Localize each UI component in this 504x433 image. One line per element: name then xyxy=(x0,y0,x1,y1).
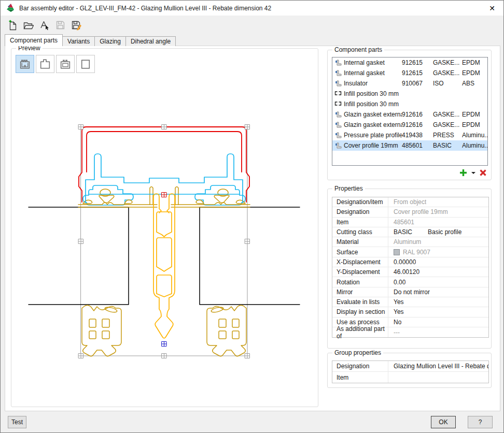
part-name: Pressure plate profile xyxy=(344,132,402,139)
save-button xyxy=(54,19,66,31)
profile-part-icon xyxy=(332,59,344,67)
component-part-row[interactable]: Internal gasket912615GASKE...EPDM xyxy=(332,57,487,68)
component-part-row[interactable]: Pressure plate profile419438PRESSAluminu… xyxy=(332,130,487,140)
component-part-row[interactable]: Glazin gasket external912616GASKE...EPDM xyxy=(332,120,487,130)
view-pressure-assembly-button[interactable] xyxy=(56,55,75,73)
tab-dihedral-angle[interactable]: Dihedral angle xyxy=(125,36,176,46)
assembly-section-drawing[interactable] xyxy=(11,78,317,410)
property-label: Designation/item xyxy=(332,197,388,207)
part-name: Cover profile 19mm xyxy=(344,142,402,149)
property-value[interactable]: 485601 xyxy=(388,219,414,226)
property-value[interactable]: RAL 9007 xyxy=(388,249,430,256)
component-part-row[interactable]: Infill position 30 mm xyxy=(332,99,487,109)
property-value[interactable]: 46.00120 xyxy=(388,268,419,276)
component-part-row[interactable]: Glazin gasket external912616GASKE...EPDM xyxy=(332,109,487,120)
property-label: Surface xyxy=(332,247,388,256)
component-part-row[interactable]: Internal gasket912615GASKE...EPDM xyxy=(332,68,487,78)
property-value[interactable]: Do not mirror xyxy=(388,288,430,296)
part-name: Glazin gasket external xyxy=(344,111,402,118)
property-label: Item xyxy=(332,372,388,383)
tab-glazing[interactable]: Glazing xyxy=(94,36,126,46)
part-cls: GASKE... xyxy=(433,69,462,77)
property-value-text: Yes xyxy=(394,308,404,315)
tab-variants[interactable]: Variants xyxy=(62,36,95,46)
part-material: EPDM xyxy=(462,111,487,118)
property-row: Evaluate in listsYes xyxy=(332,297,488,307)
open-button[interactable] xyxy=(22,19,34,31)
selected-part-origin-handle xyxy=(162,193,166,197)
component-part-row[interactable]: Infill position 30 mm xyxy=(332,89,487,99)
property-label: Item xyxy=(332,218,388,227)
app-icon xyxy=(6,3,16,13)
profile-part-icon xyxy=(332,121,344,129)
property-value[interactable]: Yes xyxy=(388,298,404,306)
property-value[interactable]: Glazing Mullion Level III - Rebate d... xyxy=(388,363,488,370)
property-value[interactable]: No xyxy=(388,319,401,326)
property-label: Rotation xyxy=(332,277,388,286)
property-row: Cutting classBASICBasic profile xyxy=(332,227,488,237)
part-cls: GASKE... xyxy=(433,59,462,66)
title-bar[interactable]: Bar assembly editor - GLZ_LEV-III_FM-42 … xyxy=(1,1,503,16)
property-value[interactable]: 0.00000 xyxy=(388,258,416,266)
infill-position-icon xyxy=(332,100,344,108)
property-label: X-Displacement xyxy=(332,257,388,267)
rename-button[interactable] xyxy=(38,19,50,31)
part-item: 912616 xyxy=(402,121,433,128)
view-base-profile-button[interactable] xyxy=(36,55,54,73)
view-empty-button[interactable] xyxy=(76,55,95,73)
property-value-text: Cover profile 19mm xyxy=(394,208,448,215)
property-label: Designation xyxy=(332,207,388,216)
close-icon[interactable]: ✕ xyxy=(485,3,499,14)
property-row: MaterialAluminum xyxy=(332,237,488,247)
save-as-button[interactable] xyxy=(70,19,82,31)
part-material: EPDM xyxy=(462,69,487,77)
property-label: Mirror xyxy=(332,287,388,297)
property-row: X-Displacement0.00000 xyxy=(332,257,488,267)
property-value[interactable]: 0.00 xyxy=(388,279,405,286)
property-value[interactable]: --- xyxy=(388,329,400,336)
property-value-text: 485601 xyxy=(394,219,414,226)
part-name: Infill position 30 mm xyxy=(344,100,402,108)
part-cls: PRESS xyxy=(433,132,462,139)
part-name: Internal gasket xyxy=(344,59,402,66)
property-value-text: 46.00120 xyxy=(394,268,419,276)
property-value-text: 0.00 xyxy=(394,279,405,286)
part-cls: ISO xyxy=(433,80,462,87)
property-value[interactable]: BASICBasic profile xyxy=(388,228,461,236)
delete-part-button[interactable] xyxy=(479,169,487,177)
property-value-text: Yes xyxy=(394,298,404,306)
property-value[interactable]: From object xyxy=(388,198,426,206)
property-value[interactable]: Yes xyxy=(388,308,404,315)
surface-color-swatch xyxy=(394,249,400,255)
component-part-row[interactable]: Insulator910067ISOABS xyxy=(332,78,487,89)
property-value-text: --- xyxy=(394,329,400,336)
component-part-row[interactable]: Cover profile 19mm485601BASICAluminu... xyxy=(332,140,487,151)
property-row: DesignationCover profile 19mm xyxy=(332,207,488,217)
new-assembly-button[interactable] xyxy=(6,19,18,31)
property-value-text: No xyxy=(394,319,401,326)
property-row: As additional part of--- xyxy=(332,327,488,337)
main-toolbar xyxy=(1,16,503,34)
ok-button[interactable]: OK xyxy=(431,416,456,428)
test-button[interactable]: Test xyxy=(8,416,26,428)
property-row: SurfaceRAL 9007 xyxy=(332,247,488,257)
group-properties-groupbox: Group properties DesignationGlazing Mull… xyxy=(327,353,492,388)
property-label: Y-Displacement xyxy=(332,267,388,277)
property-value[interactable]: Cover profile 19mm xyxy=(388,208,448,215)
property-row: Designation/itemFrom object xyxy=(332,197,488,207)
property-value-text: Do not mirror xyxy=(394,288,430,296)
add-part-menu-chevron-icon[interactable] xyxy=(471,171,476,175)
help-button[interactable]: ? xyxy=(468,416,493,428)
component-parts-list[interactable]: Internal gasket912615GASKE...EPDMInterna… xyxy=(332,57,488,166)
view-full-assembly-button[interactable] xyxy=(16,55,34,73)
tab-component-parts[interactable]: Component parts xyxy=(5,34,63,46)
property-value[interactable]: Aluminum xyxy=(388,238,421,246)
properties-table: Designation/itemFrom objectDesignationCo… xyxy=(332,197,489,338)
add-part-button[interactable] xyxy=(459,168,468,177)
component-parts-actions xyxy=(459,168,487,177)
properties-groupbox-label: Properties xyxy=(332,185,365,192)
property-row: MirrorDo not mirror xyxy=(332,287,488,297)
group-properties-groupbox-label: Group properties xyxy=(332,349,383,356)
part-name: Glazin gasket external xyxy=(344,121,402,128)
property-value-text: 0.00000 xyxy=(394,258,416,266)
